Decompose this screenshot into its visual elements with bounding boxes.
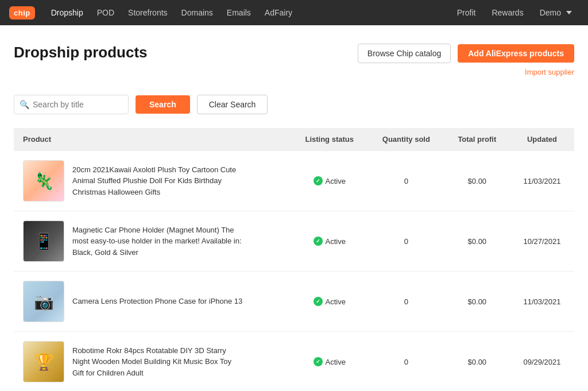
add-aliexpress-button[interactable]: Add AliExpress products <box>458 44 574 63</box>
main-content: Dropship products Browse Chip catalog Ad… <box>0 25 588 391</box>
status-label-1: Active <box>326 237 346 246</box>
quantity-sold-3: 0 <box>368 332 444 392</box>
product-name-0: 20cm 2021Kawaii Axolotl Plush Toy Cartoo… <box>72 164 245 198</box>
total-profit-1: $0.00 <box>444 211 510 272</box>
updated-date-1: 10/27/2021 <box>510 211 574 272</box>
table-row[interactable]: 🏆 Robotime Rokr 84pcs Rotatable DIY 3D S… <box>14 332 574 392</box>
navbar: chip Dropship POD Storefronts Domains Em… <box>0 0 588 25</box>
status-active-icon-3 <box>314 357 323 366</box>
col-quantity-sold: Quantity sold <box>368 128 444 151</box>
status-active-icon-2 <box>314 297 323 306</box>
total-profit-2: $0.00 <box>444 272 510 332</box>
search-input-wrap: 🔍 <box>14 95 129 114</box>
brand-logo[interactable]: chip <box>9 6 35 20</box>
header-buttons: Browse Chip catalog Add AliExpress produ… <box>358 44 574 63</box>
product-cell-1: 📱 Magnetic Car Phone Holder (Magnet Moun… <box>14 211 291 272</box>
clear-search-button[interactable]: Clear Search <box>197 95 268 114</box>
nav-demo[interactable]: Demo <box>533 0 579 25</box>
product-thumbnail-1: 📱 <box>23 220 64 262</box>
updated-date-0: 11/03/2021 <box>510 151 574 211</box>
status-active-icon-0 <box>314 176 323 185</box>
product-name-1: Magnetic Car Phone Holder (Magnet Mount)… <box>72 224 245 258</box>
status-label-2: Active <box>326 297 346 306</box>
navbar-right: Profit Rewards Demo <box>450 0 579 25</box>
product-thumbnail-2: 📷 <box>23 281 64 322</box>
product-cell-0: 🦎 20cm 2021Kawaii Axolotl Plush Toy Cart… <box>14 151 291 211</box>
quantity-sold-0: 0 <box>368 151 444 211</box>
import-supplier-link[interactable]: Import supplier <box>525 68 574 76</box>
product-cell-2: 📷 Camera Lens Protection Phone Case for … <box>14 272 291 332</box>
quantity-sold-2: 0 <box>368 272 444 332</box>
table-row[interactable]: 🦎 20cm 2021Kawaii Axolotl Plush Toy Cart… <box>14 151 574 211</box>
page-header: Dropship products Browse Chip catalog Ad… <box>14 44 574 76</box>
product-thumbnail-0: 🦎 <box>23 160 64 202</box>
product-name-2: Camera Lens Protection Phone Case for iP… <box>72 296 242 307</box>
total-profit-0: $0.00 <box>444 151 510 211</box>
search-icon: 🔍 <box>20 100 29 109</box>
status-active-icon-1 <box>314 237 323 246</box>
listing-status-2: Active <box>291 272 368 332</box>
listing-status-3: Active <box>291 332 368 392</box>
nav-emails[interactable]: Emails <box>220 0 258 25</box>
total-profit-3: $0.00 <box>444 332 510 392</box>
search-button[interactable]: Search <box>136 95 190 114</box>
nav-rewards[interactable]: Rewards <box>485 0 530 25</box>
chevron-down-icon <box>566 11 572 14</box>
updated-date-3: 09/29/2021 <box>510 332 574 392</box>
status-label-0: Active <box>326 177 346 185</box>
listing-status-1: Active <box>291 211 368 272</box>
nav-dropship[interactable]: Dropship <box>44 0 90 25</box>
quantity-sold-1: 0 <box>368 211 444 272</box>
table-header: Product Listing status Quantity sold Tot… <box>14 128 574 151</box>
products-table: Product Listing status Quantity sold Tot… <box>14 128 574 391</box>
browse-chip-catalog-button[interactable]: Browse Chip catalog <box>358 44 451 63</box>
nav-domains[interactable]: Domains <box>175 0 220 25</box>
nav-adfairy[interactable]: AdFairy <box>258 0 299 25</box>
search-bar: 🔍 Search Clear Search <box>14 95 574 114</box>
table-body: 🦎 20cm 2021Kawaii Axolotl Plush Toy Cart… <box>14 151 574 392</box>
table-row[interactable]: 📷 Camera Lens Protection Phone Case for … <box>14 272 574 332</box>
nav-pod[interactable]: POD <box>90 0 121 25</box>
search-input[interactable] <box>14 95 129 114</box>
col-updated: Updated <box>510 128 574 151</box>
page-title: Dropship products <box>14 44 148 61</box>
updated-date-2: 11/03/2021 <box>510 272 574 332</box>
product-name-3: Robotime Rokr 84pcs Rotatable DIY 3D Sta… <box>72 345 245 379</box>
col-listing-status: Listing status <box>291 128 368 151</box>
product-cell-3: 🏆 Robotime Rokr 84pcs Rotatable DIY 3D S… <box>14 332 291 392</box>
status-label-3: Active <box>326 358 346 366</box>
col-total-profit: Total profit <box>444 128 510 151</box>
table-row[interactable]: 📱 Magnetic Car Phone Holder (Magnet Moun… <box>14 211 574 272</box>
product-thumbnail-3: 🏆 <box>23 341 64 382</box>
col-product: Product <box>14 128 291 151</box>
header-actions: Browse Chip catalog Add AliExpress produ… <box>358 44 574 76</box>
listing-status-0: Active <box>291 151 368 211</box>
nav-storefronts[interactable]: Storefronts <box>121 0 174 25</box>
nav-profit[interactable]: Profit <box>450 0 483 25</box>
